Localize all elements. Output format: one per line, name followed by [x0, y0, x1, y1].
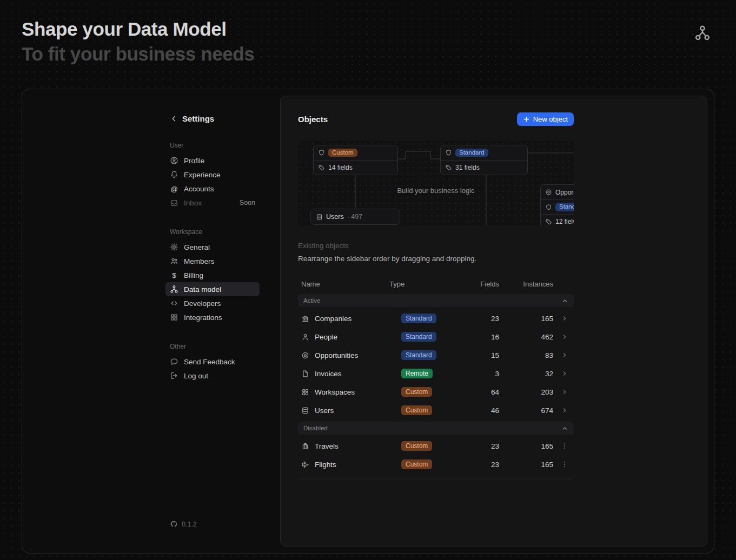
- logout-icon: [170, 371, 178, 380]
- node-users-label: Users: [326, 213, 344, 221]
- section-label-workspace: Workspace: [170, 228, 255, 236]
- sidebar-item-label: Send Feedback: [184, 358, 235, 366]
- database-icon: [316, 214, 323, 221]
- node-type-badge: Custom: [328, 149, 357, 157]
- chevron-right-icon[interactable]: [561, 315, 568, 322]
- node-fields-count: 14 fields: [328, 164, 353, 171]
- sidebar-item-experience[interactable]: Experience: [165, 168, 260, 182]
- row-name: Flights: [315, 461, 336, 469]
- table-row[interactable]: Invoices Remote 3 32: [298, 364, 574, 383]
- new-object-button[interactable]: New object: [517, 112, 574, 126]
- chevron-right-icon[interactable]: [561, 333, 568, 341]
- fields-value: 23: [465, 315, 499, 323]
- fields-value: 15: [465, 351, 499, 359]
- at-icon: @: [170, 185, 178, 193]
- row-name: Invoices: [315, 370, 342, 378]
- hero-title: Shape your Data Model: [22, 18, 254, 40]
- sidebar-item-label: Developers: [184, 299, 221, 308]
- chevron-up-icon[interactable]: [561, 425, 568, 432]
- table-row[interactable]: Travels Custom 23 165: [298, 437, 574, 455]
- kebab-menu-icon[interactable]: [561, 442, 568, 450]
- app-version: 0.1.2: [170, 520, 255, 528]
- sidebar-item-general[interactable]: General: [165, 240, 260, 254]
- node-users-count: · 497: [347, 213, 363, 221]
- existing-objects-description: Rearrange the sidebar order by dragging …: [298, 255, 574, 263]
- instances-value: 165: [499, 461, 553, 469]
- table-row[interactable]: Companies Standard 23 165: [298, 309, 574, 328]
- sidebar-item-inbox: Inbox Soon: [165, 196, 260, 210]
- chevron-right-icon[interactable]: [561, 370, 568, 377]
- chevron-up-icon[interactable]: [561, 297, 568, 304]
- data-model-canvas[interactable]: Build your business logic Custom 14 fiel…: [298, 141, 574, 225]
- chevron-left-icon: [170, 115, 178, 123]
- version-text: 0.1.2: [182, 521, 197, 528]
- plane-icon: [301, 461, 309, 469]
- type-badge: Custom: [401, 405, 432, 415]
- tag-icon: [318, 164, 325, 171]
- settings-sidebar: Settings User Profile Experience @ Accou…: [22, 89, 274, 553]
- instances-value: 462: [499, 333, 553, 341]
- members-icon: [170, 257, 178, 265]
- sidebar-item-accounts[interactable]: @ Accounts: [165, 182, 260, 196]
- sidebar-item-developers[interactable]: Developers: [165, 296, 260, 310]
- settings-window: Settings User Profile Experience @ Accou…: [22, 89, 714, 554]
- target-icon: [545, 189, 552, 196]
- profile-icon: [170, 156, 178, 165]
- sidebar-item-data-model[interactable]: Data model: [165, 282, 260, 296]
- row-name: Users: [315, 406, 334, 415]
- group-header-disabled[interactable]: Disabled: [298, 422, 574, 435]
- section-label-user: User: [170, 142, 255, 149]
- canvas-node-standard[interactable]: Standard 31 fields: [440, 145, 528, 175]
- inbox-icon: [170, 198, 178, 207]
- sidebar-item-profile[interactable]: Profile: [165, 154, 260, 168]
- table-row[interactable]: Users Custom 46 674: [298, 401, 574, 419]
- chevron-right-icon[interactable]: [561, 388, 568, 396]
- settings-back-button[interactable]: Settings: [170, 114, 255, 123]
- fields-value: 23: [465, 461, 499, 469]
- type-badge: Remote: [401, 369, 433, 378]
- sidebar-item-label: Accounts: [184, 185, 214, 193]
- sidebar-item-log-out[interactable]: Log out: [165, 369, 260, 383]
- canvas-node-opportunities[interactable]: Opportunities Standard 12 fields: [540, 184, 574, 225]
- objects-panel: Objects New object Build your business l…: [280, 96, 707, 546]
- fields-value: 3: [465, 370, 499, 378]
- kebab-menu-icon[interactable]: [561, 461, 568, 468]
- sidebar-item-label: General: [184, 243, 210, 251]
- chevron-right-icon[interactable]: [561, 406, 568, 414]
- settings-title: Settings: [182, 114, 214, 123]
- sidebar-item-label: Members: [184, 257, 214, 265]
- canvas-node-custom[interactable]: Custom 14 fields: [313, 145, 398, 175]
- object-shield-icon: [445, 149, 452, 156]
- grid-icon: [301, 388, 309, 396]
- sidebar-item-integrations[interactable]: Integrations: [165, 310, 260, 324]
- chevron-right-icon[interactable]: [561, 351, 568, 359]
- data-model-icon: [694, 25, 711, 41]
- canvas-node-users[interactable]: Users · 497: [310, 209, 400, 225]
- tag-icon: [445, 164, 452, 171]
- hero-subtitle: To fit your business needs: [22, 43, 254, 65]
- sidebar-item-billing[interactable]: $ Billing: [165, 268, 260, 282]
- type-badge: Standard: [401, 314, 436, 323]
- building-icon: [301, 315, 309, 323]
- table-row[interactable]: Opportunities Standard 15 83: [298, 346, 574, 364]
- type-badge: Standard: [401, 350, 436, 360]
- table-row[interactable]: People Standard 16 462: [298, 328, 574, 346]
- table-row[interactable]: Flights Custom 23 165: [298, 455, 574, 474]
- group-header-active[interactable]: Active: [298, 294, 574, 307]
- row-name: Companies: [315, 315, 352, 323]
- sidebar-item-label: Log out: [184, 372, 208, 380]
- instances-value: 165: [499, 442, 553, 450]
- database-icon: [301, 406, 309, 415]
- node-fields-count: 12 fields: [555, 218, 574, 225]
- sidebar-item-label: Integrations: [184, 314, 222, 322]
- new-object-label: New object: [533, 115, 568, 123]
- dollar-icon: $: [170, 271, 178, 279]
- type-badge: Custom: [401, 387, 432, 397]
- github-icon: [170, 520, 178, 528]
- sidebar-item-members[interactable]: Members: [165, 254, 260, 268]
- sidebar-item-send-feedback[interactable]: Send Feedback: [165, 355, 260, 369]
- row-name: Travels: [315, 442, 339, 450]
- table-row[interactable]: Workspaces Custom 64 203: [298, 383, 574, 401]
- document-icon: [301, 370, 309, 378]
- page-title: Objects: [298, 115, 328, 124]
